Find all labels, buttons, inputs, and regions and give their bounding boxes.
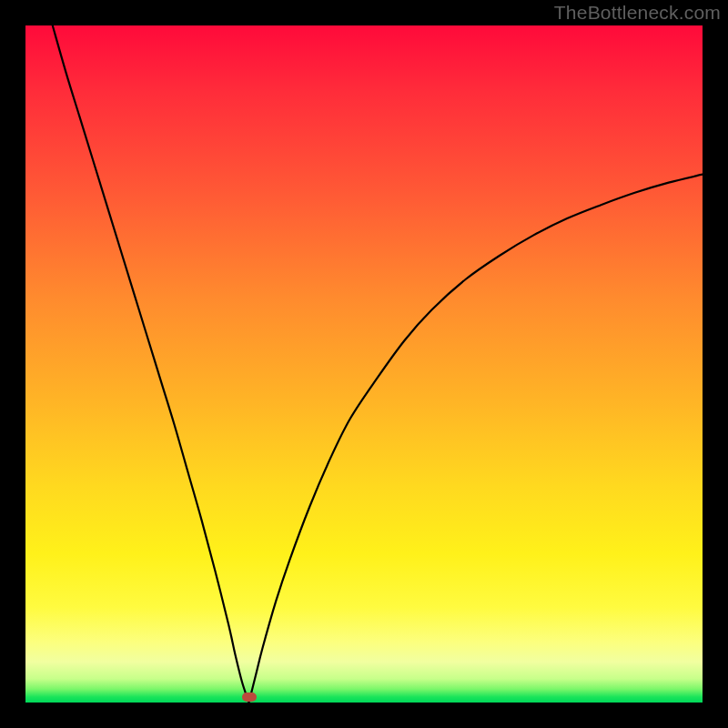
plot-area [25,25,703,703]
chart-frame: TheBottleneck.com [0,0,728,728]
optimal-point-marker [242,693,257,702]
bottleneck-curve [25,25,703,703]
watermark-text: TheBottleneck.com [554,2,721,24]
